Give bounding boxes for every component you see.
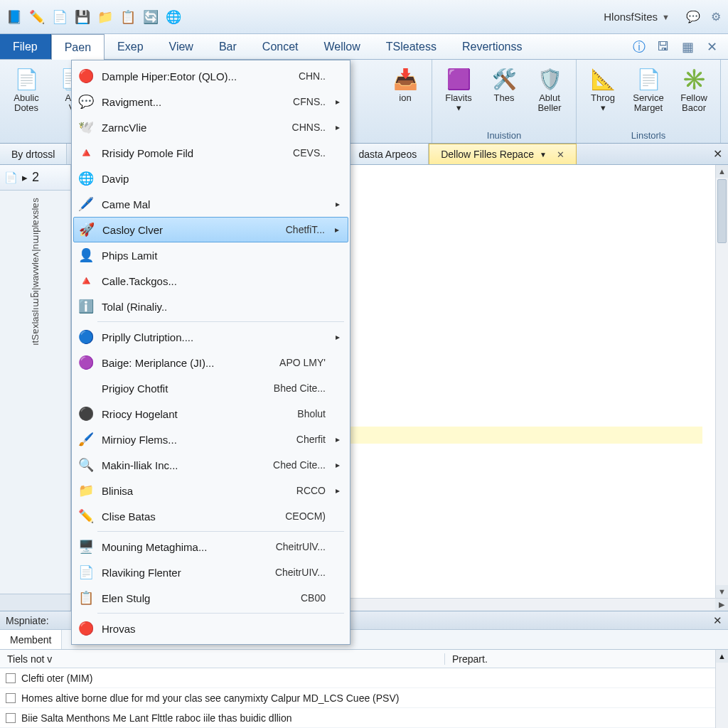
qat-folder-icon[interactable]: 📁 bbox=[97, 9, 114, 26]
qat-pencil-icon[interactable]: ✏️ bbox=[28, 9, 46, 26]
menu-item-shortcut: CEOCM) bbox=[285, 510, 326, 522]
menu-view[interactable]: View bbox=[156, 34, 206, 59]
menu-item-2[interactable]: 🕊️ZarncVlieCHNS..▸ bbox=[73, 114, 348, 140]
scroll-up-arrow-icon[interactable]: ▲ bbox=[716, 165, 728, 178]
settings-icon[interactable]: ⚙ bbox=[710, 11, 722, 23]
document-tab-label: dasta Arpeos bbox=[358, 149, 417, 160]
menu-exep[interactable]: Exep bbox=[105, 34, 156, 59]
notification-icon[interactable]: 💬 bbox=[687, 11, 700, 23]
menu-item-shortcut: CheitrUlV... bbox=[276, 541, 326, 552]
task-row[interactable]: Clefti oter (MIM) bbox=[0, 668, 715, 688]
document-tab-1[interactable]: dasta Arpeos bbox=[347, 144, 429, 164]
menu-tsleatess[interactable]: TSleatess bbox=[373, 34, 449, 59]
menu-item-icon: 💬 bbox=[77, 93, 95, 110]
ribbon-abulic-dotes[interactable]: 📄Abulic Dotes bbox=[4, 63, 48, 139]
ribbon-group-1: 📥ion bbox=[379, 60, 432, 143]
menu-item-7[interactable]: 👤Phips Lamit bbox=[73, 242, 348, 268]
menu-item-15[interactable]: 🖌️Mirnioy Flems...Cherfit▸ bbox=[73, 427, 348, 452]
tab-close-icon[interactable]: ✕ bbox=[557, 149, 564, 160]
side-panel-collapse-handle[interactable] bbox=[0, 594, 70, 611]
menu-wellow[interactable]: Wellow bbox=[311, 34, 373, 59]
menu-item-9[interactable]: ℹ️Tolal (Rinaliy.. bbox=[73, 294, 348, 319]
menu-revertionss[interactable]: Revertionss bbox=[449, 34, 535, 59]
scroll-up-arrow-icon[interactable]: ▲ bbox=[716, 650, 728, 663]
menu-item-11[interactable]: 🔵Priplly Clutription....▸ bbox=[73, 324, 348, 350]
sidepanel-arrow-icon[interactable]: ▸ bbox=[22, 171, 28, 184]
menu-item-13[interactable]: Prigioy ChotfitBhed Cite... bbox=[73, 375, 348, 401]
ribbon-ablut-beller[interactable]: 🛡️Ablut Beller bbox=[528, 63, 572, 128]
menu-item-14[interactable]: ⚫Rriocy HogelantBholut bbox=[73, 401, 348, 427]
qat-save-icon[interactable]: 💾 bbox=[74, 9, 91, 26]
bottom-col2-header[interactable]: Prepart. bbox=[445, 653, 715, 665]
scroll-down-arrow-icon[interactable]: ▼ bbox=[716, 585, 728, 598]
menu-item-21[interactable]: 📄Rlaviking FlenterCheitrUIV... bbox=[73, 560, 348, 585]
menu-item-4[interactable]: 🌐Davip bbox=[73, 166, 348, 191]
menu-item-icon: 🚀 bbox=[78, 221, 95, 238]
menu-bar[interactable]: Bar bbox=[206, 34, 250, 59]
qat-doc-icon[interactable]: 📄 bbox=[51, 9, 68, 26]
task-row-text: Homes altive borne dlue for md your clas… bbox=[21, 692, 399, 704]
menu-item-label: Baige: Meriplance (JI)... bbox=[102, 357, 272, 369]
window-icon[interactable]: ▦ bbox=[680, 39, 695, 55]
close-icon[interactable]: ✕ bbox=[704, 39, 719, 55]
menu-item-icon: 🖥️ bbox=[77, 538, 95, 555]
bottom-list: Clefti oter (MIM)Homes altive borne dlue… bbox=[0, 668, 715, 728]
menu-item-label: Calle.Tackgos... bbox=[102, 275, 318, 287]
ribbon-throg[interactable]: 📐Throg ▾ bbox=[581, 63, 625, 128]
scroll-right-arrow-icon[interactable]: ▶ bbox=[715, 599, 728, 611]
ribbon-fellow-bacor[interactable]: ✳️Fellow Bacor bbox=[672, 63, 716, 128]
menu-item-16[interactable]: 🔍Makin-lliak Inc...Ched Cite...▸ bbox=[73, 452, 348, 478]
save-small-icon[interactable]: 🖫 bbox=[655, 39, 671, 55]
menu-item-22[interactable]: 📋Elen StulgCB00 bbox=[73, 585, 348, 611]
menu-item-6[interactable]: 🚀Casloy ClverChetfiT...▸ bbox=[73, 217, 348, 242]
menu-item-shortcut: CHN.. bbox=[299, 70, 326, 82]
qat-globe-icon[interactable]: 🌐 bbox=[165, 9, 182, 26]
ribbon-thes-icon: 🛠️ bbox=[491, 66, 517, 92]
menu-item-17[interactable]: 📁BlinisaRCCO▸ bbox=[73, 478, 348, 503]
ribbon-flavits-icon: 🟪 bbox=[446, 66, 471, 92]
ribbon-service-marget[interactable]: 📄Service Marget bbox=[626, 63, 670, 128]
menu-item-shortcut: CFNS.. bbox=[293, 96, 326, 107]
panel-close-button[interactable]: ✕ bbox=[707, 144, 728, 164]
ribbon-thes[interactable]: 🛠️Thes bbox=[482, 63, 526, 128]
task-checkbox[interactable] bbox=[6, 673, 16, 683]
bottom-vertical-scrollbar[interactable]: ▲ bbox=[715, 650, 728, 728]
qat-copy-icon[interactable]: 📋 bbox=[119, 9, 136, 26]
menu-item-20[interactable]: 🖥️Mouning Metaghima...CheitrUlV... bbox=[73, 534, 348, 560]
menu-item-24[interactable]: 🔴Hrovas bbox=[73, 616, 348, 641]
menu-item-icon: 👤 bbox=[77, 247, 95, 264]
menu-item-0[interactable]: 🔴Dample Hiper:Eotor (QLO)...CHN.. bbox=[73, 63, 348, 89]
task-row[interactable]: Homes altive borne dlue for md your clas… bbox=[0, 688, 715, 708]
app-icon[interactable]: 📘 bbox=[6, 9, 23, 26]
menu-item-18[interactable]: ✏️Clise BatasCEOCM) bbox=[73, 503, 348, 529]
menu-item-8[interactable]: 🔺Calle.Tackgos... bbox=[73, 268, 348, 294]
bottom-panel-close-button[interactable]: ✕ bbox=[713, 614, 722, 627]
menu-concet[interactable]: Concet bbox=[250, 34, 311, 59]
menu-paen[interactable]: Paen bbox=[51, 34, 105, 60]
vertical-scrollbar[interactable]: ▲ ▼ bbox=[715, 165, 728, 598]
vertical-scroll-thumb[interactable] bbox=[717, 179, 727, 243]
task-row-text: Biie Salta Menthons Me Lant Flttle raboc… bbox=[21, 712, 292, 724]
submenu-arrow-icon: ▸ bbox=[333, 434, 343, 444]
menu-item-5[interactable]: 🖊️Came Mal▸ bbox=[73, 191, 348, 217]
bottom-tab[interactable]: Membent bbox=[0, 630, 62, 649]
sidepanel-doc-icon[interactable]: 📄 bbox=[4, 171, 18, 184]
bottom-col1-header[interactable]: Tiels not v bbox=[0, 653, 445, 665]
menu-item-12[interactable]: 🟣Baige: Meriplance (JI)...APO LMY' bbox=[73, 350, 348, 375]
ribbon-flavits[interactable]: 🟪Flavits ▾ bbox=[437, 63, 481, 128]
menu-filep[interactable]: Filep bbox=[0, 34, 51, 59]
task-row[interactable]: Biie Salta Menthons Me Lant Flttle raboc… bbox=[0, 708, 715, 728]
task-checkbox[interactable] bbox=[6, 693, 16, 703]
menu-item-3[interactable]: 🔺Rrisidy Pomole FildCEVS.. bbox=[73, 140, 348, 166]
task-checkbox[interactable] bbox=[6, 713, 16, 723]
document-tab-2[interactable]: Dellow Filles Repace▼✕ bbox=[429, 144, 577, 164]
qat-refresh-icon[interactable]: 🔄 bbox=[142, 9, 159, 26]
ribbon-group-label bbox=[383, 139, 427, 143]
help-icon[interactable]: ⓘ bbox=[631, 39, 647, 55]
menu-item-icon: 🔺 bbox=[77, 272, 95, 289]
ribbon-ion[interactable]: 📥ion bbox=[383, 63, 427, 139]
menu-item-1[interactable]: 💬Ravigment...CFNS..▸ bbox=[73, 89, 348, 114]
account-dropdown[interactable]: HlonsfSites ▼ bbox=[604, 11, 670, 23]
document-tab-0[interactable]: By drtossl bbox=[0, 144, 67, 164]
menu-item-label: Rriocy Hogelant bbox=[102, 408, 290, 420]
